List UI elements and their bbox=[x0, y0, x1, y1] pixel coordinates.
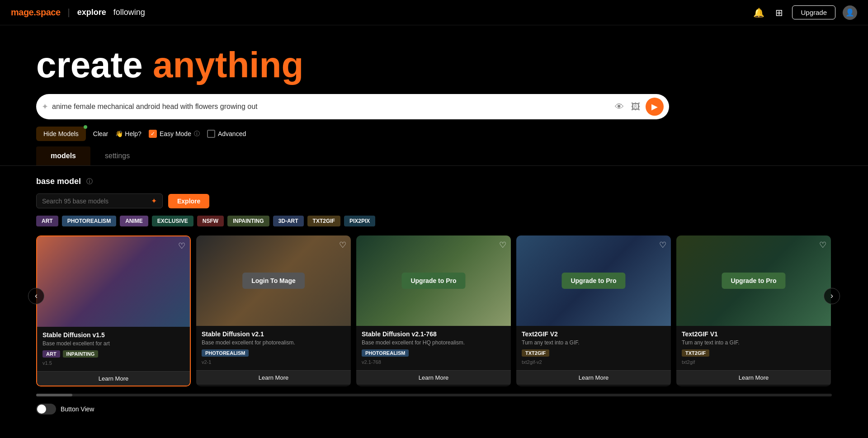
card-tag: INPAINTING bbox=[63, 350, 99, 358]
card-name-sd21v768: Stable Diffusion v2.1-768 bbox=[362, 330, 505, 338]
carousel-scrollbar[interactable] bbox=[36, 394, 832, 396]
advanced-checkbox[interactable]: Advanced bbox=[207, 130, 246, 138]
hero-title-orange: anything bbox=[153, 45, 303, 85]
grid-icon[interactable]: ⊞ bbox=[774, 5, 785, 20]
favorite-button-sd21v768[interactable]: ♡ bbox=[499, 240, 506, 250]
hide-models-button[interactable]: Hide Models bbox=[36, 127, 86, 141]
view-toggle-row: Button View bbox=[0, 404, 868, 414]
carousel-track: ♡ Stable Diffusion v1.5 Base model excel… bbox=[36, 235, 832, 386]
carousel-next-button[interactable]: › bbox=[824, 288, 840, 304]
section-header: base model ⓘ bbox=[36, 177, 832, 186]
filter-tag-photorealism[interactable]: PHOTOREALISM bbox=[62, 216, 116, 226]
filter-tags: ART PHOTOREALISM ANIME EXCLUSIVE NSFW IN… bbox=[36, 216, 832, 226]
section-info-icon: ⓘ bbox=[86, 178, 93, 186]
favorite-button-sd15[interactable]: ♡ bbox=[178, 241, 185, 251]
nav-divider: | bbox=[68, 7, 70, 18]
card-image-sd15 bbox=[37, 236, 190, 327]
card-body-sd21: Stable Diffusion v2.1 Base model excelle… bbox=[196, 326, 351, 370]
filter-tag-pix2pix[interactable]: PIX2PIX bbox=[344, 216, 375, 226]
search-input[interactable] bbox=[52, 103, 609, 111]
hide-models-label: Hide Models bbox=[43, 130, 79, 137]
tab-settings[interactable]: settings bbox=[90, 146, 144, 165]
overlay-btn-sd21v768[interactable]: Upgrade to Pro bbox=[401, 273, 465, 289]
filter-tag-anime[interactable]: ANIME bbox=[120, 216, 148, 226]
explore-button[interactable]: Explore bbox=[168, 194, 209, 208]
carousel-prev-button[interactable]: ‹ bbox=[28, 288, 44, 304]
filter-tag-art[interactable]: ART bbox=[36, 216, 58, 226]
model-search-input[interactable] bbox=[42, 198, 147, 205]
model-card-txt2gif-v2[interactable]: ♡ Upgrade to Pro Text2GIF V2 Turn any te… bbox=[516, 235, 671, 386]
view-toggle-label: Button View bbox=[61, 405, 94, 413]
card-tag: TXT2GIF bbox=[682, 349, 709, 357]
favorite-button-txt2gif-v2[interactable]: ♡ bbox=[659, 240, 666, 250]
notifications-icon[interactable]: 🔔 bbox=[751, 5, 766, 20]
learn-more-button-txt2gif-v2[interactable]: Learn More bbox=[516, 370, 671, 385]
hero-title: create anything bbox=[36, 47, 832, 83]
hero-title-white: create bbox=[36, 45, 143, 85]
help-button[interactable]: 👋 Help? bbox=[115, 130, 142, 137]
model-card-sd21v768[interactable]: ♡ Upgrade to Pro Stable Diffusion v2.1-7… bbox=[356, 235, 511, 386]
tab-models[interactable]: models bbox=[36, 146, 90, 165]
favorite-button-sd21[interactable]: ♡ bbox=[339, 240, 346, 250]
eye-icon-button[interactable]: 👁 bbox=[613, 100, 626, 114]
card-name-sd15: Stable Diffusion v1.5 bbox=[42, 331, 184, 339]
learn-more-button-sd15[interactable]: Learn More bbox=[37, 371, 190, 386]
favorite-button-txt2gif-v1[interactable]: ♡ bbox=[819, 240, 826, 250]
tabs-row: models settings bbox=[0, 146, 868, 166]
model-card-sd21[interactable]: ♡ Login To Mage Stable Diffusion v2.1 Ba… bbox=[196, 235, 351, 386]
wand-icon: ✦ bbox=[42, 102, 48, 112]
help-label: Help? bbox=[125, 130, 142, 137]
model-carousel: ‹ ♡ Stable Diffusion v1.5 Base model exc… bbox=[36, 235, 832, 386]
card-desc-sd15: Base model excellent for art bbox=[42, 340, 184, 347]
card-tag: PHOTOREALISM bbox=[202, 349, 249, 357]
sparkle-icon: ✦ bbox=[151, 197, 157, 205]
overlay-btn-txt2gif-v1[interactable]: Upgrade to Pro bbox=[722, 273, 785, 289]
card-tag: ART bbox=[42, 350, 60, 358]
section-title: base model bbox=[36, 177, 81, 186]
upgrade-button[interactable]: Upgrade bbox=[792, 5, 835, 19]
filter-tag-txt2gif[interactable]: TXT2GIF bbox=[307, 216, 340, 226]
view-toggle-switch[interactable] bbox=[36, 404, 56, 414]
nav-left: mage.space | explore following bbox=[11, 7, 145, 18]
learn-more-button-txt2gif-v1[interactable]: Learn More bbox=[676, 370, 831, 385]
filter-tag-inpainting[interactable]: INPAINTING bbox=[227, 216, 269, 226]
image-upload-button[interactable]: 🖼 bbox=[629, 100, 642, 114]
card-tags-txt2gif-v2: TXT2GIF bbox=[522, 349, 665, 357]
overlay-btn-sd21[interactable]: Login To Mage bbox=[242, 273, 305, 289]
card-desc-txt2gif-v1: Turn any text into a GIF. bbox=[682, 339, 826, 346]
nav-following[interactable]: following bbox=[113, 8, 145, 17]
card-body-txt2gif-v2: Text2GIF V2 Turn any text into a GIF. TX… bbox=[516, 326, 671, 370]
scrollbar-thumb bbox=[36, 394, 72, 396]
hero-section: create anything ✦ 👁 🖼 ▶ bbox=[0, 25, 868, 119]
clear-button[interactable]: Clear bbox=[93, 130, 108, 137]
nav-explore[interactable]: explore bbox=[77, 8, 106, 17]
generate-button[interactable]: ▶ bbox=[646, 98, 664, 116]
card-version-txt2gif-v1: txt2gif bbox=[682, 359, 826, 365]
card-tag: TXT2GIF bbox=[522, 349, 549, 357]
avatar[interactable]: 👤 bbox=[843, 5, 857, 20]
filter-tag-nsfw[interactable]: NSFW bbox=[197, 216, 224, 226]
card-tags-sd15: ARTINPAINTING bbox=[42, 350, 184, 358]
card-version-sd21v768: v2.1-768 bbox=[362, 359, 505, 365]
card-tag: PHOTOREALISM bbox=[362, 349, 409, 357]
learn-more-button-sd21[interactable]: Learn More bbox=[196, 370, 351, 385]
site-logo[interactable]: mage.space bbox=[11, 7, 61, 18]
search-bar: ✦ 👁 🖼 ▶ bbox=[36, 94, 669, 119]
learn-more-button-sd21v768[interactable]: Learn More bbox=[356, 370, 511, 385]
card-body-sd15: Stable Diffusion v1.5 Base model excelle… bbox=[37, 327, 190, 371]
nav-right: 🔔 ⊞ Upgrade 👤 bbox=[751, 5, 857, 20]
controls-row: Hide Models Clear 👋 Help? ✓ Easy Mode ⓘ … bbox=[0, 127, 868, 141]
card-name-sd21: Stable Diffusion v2.1 bbox=[202, 330, 345, 338]
info-icon: ⓘ bbox=[194, 130, 200, 138]
card-tags-sd21v768: PHOTOREALISM bbox=[362, 349, 505, 357]
easy-mode-checkbox[interactable]: ✓ Easy Mode ⓘ bbox=[149, 130, 200, 138]
card-desc-sd21v768: Base model excellent for HQ photorealism… bbox=[362, 339, 505, 346]
model-search-wrap: ✦ bbox=[36, 193, 163, 208]
overlay-btn-txt2gif-v2[interactable]: Upgrade to Pro bbox=[561, 273, 625, 289]
model-card-txt2gif-v1[interactable]: ♡ Upgrade to Pro Text2GIF V1 Turn any te… bbox=[676, 235, 831, 386]
model-card-sd15[interactable]: ♡ Stable Diffusion v1.5 Base model excel… bbox=[36, 235, 191, 386]
model-search-row: ✦ Explore bbox=[36, 193, 832, 208]
filter-tag-3dart[interactable]: 3D-ART bbox=[273, 216, 304, 226]
footer: Terms & Conditions · Privacy Policy · Co… bbox=[0, 425, 868, 438]
filter-tag-exclusive[interactable]: EXCLUSIVE bbox=[152, 216, 193, 226]
